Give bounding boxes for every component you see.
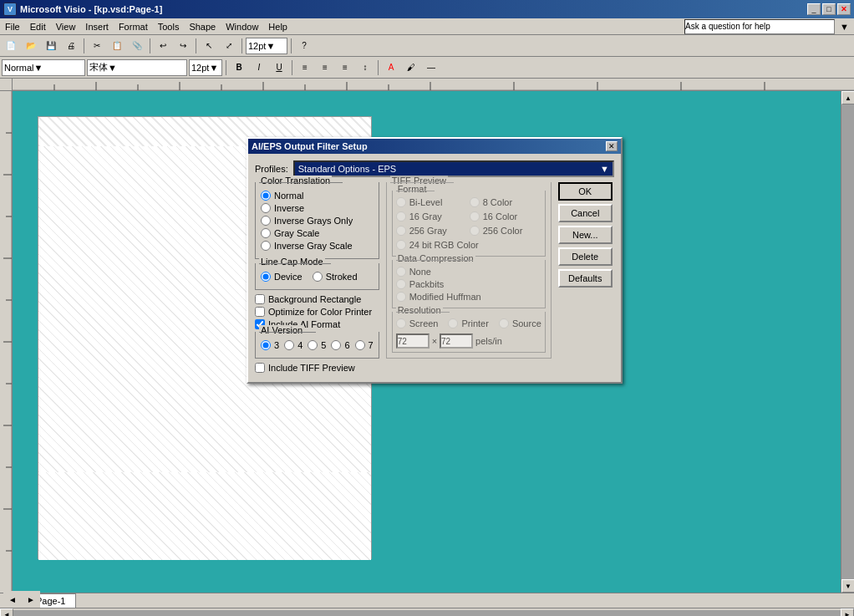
open-button[interactable]: 📂	[22, 38, 40, 54]
close-button[interactable]: ✕	[837, 3, 851, 15]
align-left-button[interactable]: ≡	[296, 59, 314, 76]
restore-button[interactable]: □	[822, 3, 836, 15]
font-dropdown[interactable]: 宋体 ▼	[87, 59, 187, 76]
radio-24bit-input[interactable]	[396, 240, 406, 250]
checkbox-optimize-row: Optimize for Color Printer	[255, 307, 379, 317]
radio-normal-input[interactable]	[261, 191, 271, 201]
help-button[interactable]: ?	[295, 38, 313, 54]
paste-button[interactable]: 📎	[128, 38, 146, 54]
radio-printer-input[interactable]	[448, 318, 458, 328]
radio-screen-label: Screen	[409, 318, 439, 328]
radio-gray-scale-label: Gray Scale	[274, 228, 319, 238]
undo-button[interactable]: ↩	[154, 38, 172, 54]
fill-color-button[interactable]: 🖌	[402, 59, 420, 76]
dialog-close-button[interactable]: ✕	[606, 141, 618, 151]
connector-button[interactable]: ⤢	[220, 38, 238, 54]
scroll-track[interactable]	[841, 104, 854, 579]
radio-inverse-input[interactable]	[261, 203, 271, 213]
vertical-scrollbar[interactable]: ▲ ▼	[841, 91, 854, 593]
checkbox-bg-rect[interactable]	[255, 294, 265, 304]
line-spacing-button[interactable]: ↕	[356, 59, 374, 76]
menu-view[interactable]: View	[51, 18, 81, 34]
minimize-button[interactable]: _	[807, 3, 821, 15]
save-button[interactable]: 💾	[42, 38, 60, 54]
radio-ai6-input[interactable]	[331, 340, 341, 350]
menu-window[interactable]: Window	[221, 18, 263, 34]
ok-button[interactable]: OK	[558, 182, 613, 201]
menu-help[interactable]: Help	[263, 18, 292, 34]
radio-stroked-input[interactable]	[313, 272, 323, 282]
scroll-track-h[interactable]	[13, 610, 841, 617]
new-button[interactable]: New...	[558, 226, 613, 244]
radio-screen-input[interactable]	[396, 318, 406, 328]
res-height-input[interactable]	[440, 333, 473, 349]
radio-16gray-input[interactable]	[396, 211, 406, 221]
radio-ai7: 7	[355, 340, 374, 350]
page-left-button[interactable]: ◄	[3, 591, 22, 608]
delete-button[interactable]: Delete	[558, 247, 613, 266]
italic-button[interactable]: I	[250, 59, 268, 76]
radio-24bit-label: 24 bit RGB Color	[409, 240, 479, 250]
radio-8color-input[interactable]	[470, 197, 480, 207]
radio-ai4-input[interactable]	[284, 340, 294, 350]
underline-button[interactable]: U	[270, 59, 288, 76]
menu-file[interactable]: File	[0, 18, 25, 34]
radio-inverse-gray-scale-input[interactable]	[261, 241, 271, 251]
radio-16color-input[interactable]	[470, 211, 480, 221]
checkbox-optimize[interactable]	[255, 307, 265, 317]
scroll-down-button[interactable]: ▼	[841, 579, 854, 593]
dialog-title: AI/EPS Output Filter Setup	[252, 141, 606, 151]
title-bar: V Microsoft Visio - [kp.vsd:Page-1] _ □ …	[0, 0, 854, 18]
checkbox-tiff[interactable]	[255, 363, 265, 373]
size-dropdown[interactable]: 12pt ▼	[189, 59, 222, 76]
new-button[interactable]: 📄	[2, 38, 20, 54]
page-right-button[interactable]: ►	[22, 591, 40, 608]
help-search-input[interactable]	[684, 19, 835, 34]
scroll-left-button[interactable]: ◄	[0, 608, 13, 617]
horizontal-scrollbar[interactable]: ◄ ►	[0, 608, 854, 616]
align-right-button[interactable]: ≡	[336, 59, 354, 76]
radio-256color-input[interactable]	[470, 226, 480, 236]
radio-ai3-input[interactable]	[261, 340, 271, 350]
separator-5	[291, 38, 292, 53]
radio-ai5-input[interactable]	[308, 340, 318, 350]
style-arrow: ▼	[33, 63, 43, 73]
radio-ai7-input[interactable]	[355, 340, 365, 350]
radio-gray-scale-input[interactable]	[261, 228, 271, 238]
copy-button[interactable]: 📋	[108, 38, 126, 54]
menu-insert[interactable]: Insert	[80, 18, 114, 34]
menu-format[interactable]: Format	[114, 18, 153, 34]
align-center-button[interactable]: ≡	[316, 59, 334, 76]
scroll-up-button[interactable]: ▲	[841, 91, 854, 104]
scroll-right-button[interactable]: ►	[841, 608, 854, 617]
radio-none-input[interactable]	[396, 267, 406, 277]
redo-button[interactable]: ↪	[174, 38, 192, 54]
zoom-dropdown[interactable]: 12pt ▼	[246, 38, 287, 54]
radio-inverse-grays-input[interactable]	[261, 216, 271, 226]
cut-button[interactable]: ✂	[88, 38, 106, 54]
cancel-button[interactable]: Cancel	[558, 204, 613, 222]
style-dropdown[interactable]: Normal ▼	[2, 59, 85, 76]
pointer-button[interactable]: ↖	[200, 38, 218, 54]
radio-screen: Screen	[396, 318, 439, 328]
radio-256gray-input[interactable]	[396, 226, 406, 236]
bold-button[interactable]: B	[230, 59, 248, 76]
defaults-button[interactable]: Defaults	[558, 269, 613, 288]
print-button[interactable]: 🖨	[62, 38, 80, 54]
radio-modified-huffman-input[interactable]	[396, 292, 406, 302]
menu-edit[interactable]: Edit	[25, 18, 51, 34]
radio-device-input[interactable]	[261, 272, 271, 282]
radio-normal: Normal	[261, 191, 374, 201]
res-width-input[interactable]	[396, 333, 430, 349]
line-color-button[interactable]: —	[422, 59, 440, 76]
menu-tools[interactable]: Tools	[153, 18, 185, 34]
profiles-dropdown[interactable]: Standard Options - EPS ▼	[293, 160, 614, 177]
radio-bi-level-input[interactable]	[396, 197, 406, 207]
font-color-button[interactable]: A	[382, 59, 400, 76]
radio-packbits-input[interactable]	[396, 279, 406, 289]
radio-source-input[interactable]	[499, 318, 509, 328]
radio-source-label: Source	[512, 318, 541, 328]
help-arrow[interactable]: ▼	[835, 18, 854, 34]
menu-shape[interactable]: Shape	[184, 18, 221, 34]
separator-4	[241, 38, 242, 53]
